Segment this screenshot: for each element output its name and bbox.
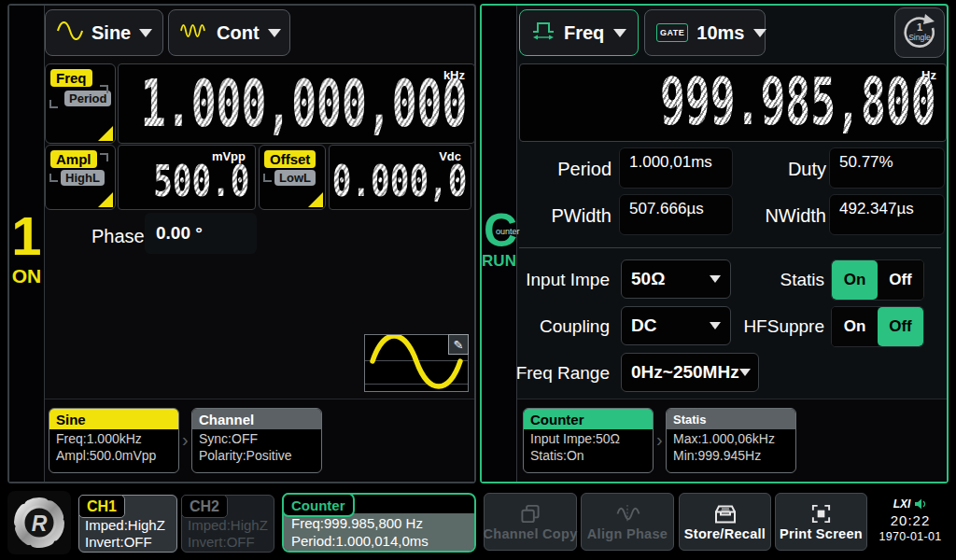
channel1-info-area: Sine Freq:1.000kHz Ampl:500.0mVpp › Chan… [45,399,474,482]
sine-card-title: Sine [49,409,178,429]
freq-range-select[interactable]: 0Hz~250MHz [621,353,759,392]
section-divider [519,247,941,248]
waveform-select[interactable]: Sine [45,9,163,56]
phase-wave-icon [614,503,640,525]
ch1-status-box[interactable]: CH1 Imped:HighZ Invert:OFF [78,495,177,553]
chevron-down-icon [613,29,626,37]
counter-summary-card[interactable]: Counter Input Impe:50Ω Statis:On [523,408,654,473]
channel1-output-strip[interactable]: 1 ON [9,6,45,482]
single-run-button[interactable]: 1 Single [894,7,945,58]
pulse-gate-icon [531,20,555,46]
svg-text:Single: Single [908,33,931,42]
period-readout-label: Period [518,159,612,180]
corner-mark [49,174,58,182]
statis-label: Statis [703,270,824,290]
statis-summary-card[interactable]: Statis Max:1.000,06kHz Min:999.945Hz [666,408,796,473]
hfsuppress-label: HFSuppre [703,316,824,337]
counter-card-line: Statis:On [524,446,653,463]
phase-input[interactable]: 0.00 ° [145,213,257,254]
touch-corner-icon [98,126,113,141]
corner-mark [49,100,58,108]
channel-card-line: Sync:OFF [192,429,321,446]
ch2-status-box[interactable]: CH2 Imped:HighZ Invert:OFF [181,495,274,553]
channel-summary-card[interactable]: Channel Sync:OFF Polarity:Positive [191,408,322,473]
counter-status-lines: Freq:999.985,800 Hz Period:1.000,014,0ms [284,513,474,551]
nwidth-readout-label: NWidth [733,205,826,227]
duty-readout-label: Duty [733,159,826,180]
clock-box[interactable]: LXI 20:22 1970-01-01 [875,491,946,554]
speaker-icon [914,498,927,510]
pwidth-readout-value[interactable]: 507.666µs [619,194,733,235]
ch2-tab: CH2 [181,495,228,518]
gate-time-value: 10ms [696,22,744,44]
print-screen-button[interactable]: Print Screen [775,493,867,551]
statis-card-line: Min:999.945Hz [667,446,795,463]
touch-corner-icon [98,192,113,207]
waveform-select-value: Sine [91,22,131,44]
statis-off-button[interactable]: Off [878,260,923,300]
ampl-value: 500.0 [153,160,249,203]
input-impedance-label: Input Impe [488,270,610,290]
screenshot-icon [810,503,832,525]
clock-time: 20:22 [875,512,946,528]
system-menu-button[interactable]: R [7,491,71,554]
highlevel-alt-pill: HighL [61,170,105,186]
hfsuppress-toggle: On Off [831,306,924,347]
counter-card-line: Input Impe:50Ω [524,429,653,446]
ch2-lines: Imped:HighZ Invert:OFF [188,517,268,551]
touch-corner-icon [308,192,323,207]
period-readout-value[interactable]: 1.000,01ms [619,147,733,189]
counter-run-status: RUN [482,252,516,271]
measure-select-value: Freq [564,22,604,44]
counter-status-box[interactable]: Counter Freq:999.985,800 Hz Period:1.000… [282,493,476,553]
hfsuppress-on-button[interactable]: On [832,307,878,346]
mode-select[interactable]: Cont [168,9,290,56]
align-phase-button[interactable]: Align Phase [581,493,674,551]
channel-state-badge: ON [9,265,44,287]
counter-strip[interactable]: C ounter RUN [482,6,517,482]
counter-panel: C ounter RUN Freq GATE 10ms [480,4,949,483]
gear-icon: R [11,495,67,551]
storage-tray-icon [713,503,738,525]
corner-mark [100,85,108,93]
continuous-wave-icon [180,21,208,44]
gate-time-select[interactable]: GATE 10ms [644,9,766,56]
chevron-down-icon [268,29,281,37]
edit-icon[interactable]: ✎ [448,334,469,355]
measure-select[interactable]: Freq [519,9,639,56]
waveform-preview[interactable]: ✎ [364,334,469,392]
channel-copy-button[interactable]: Channel Copy [484,493,577,551]
store-recall-button[interactable]: Store/Recall [679,493,771,551]
chevron-down-icon [753,29,766,37]
channel-card-line: Polarity:Positive [192,446,321,463]
corner-mark [263,174,272,182]
channel-card-title: Channel [192,409,321,429]
offset-display[interactable]: Vdc 0.000,0 [329,145,471,210]
pwidth-readout-label: PWidth [518,205,612,227]
ampl-param-button[interactable]: Ampl HighL [45,145,116,210]
phase-label: Phase [91,226,145,247]
sine-card-line: Ampl:500.0mVpp [49,446,178,463]
freq-label-pill: Freq [50,69,92,87]
svg-text:R: R [32,511,48,536]
counter-strip-label: C ounter [482,207,516,258]
freq-display[interactable]: kHz 1.000,000,000 [118,63,475,144]
counter-status-tab: Counter [282,493,355,517]
sine-summary-card[interactable]: Sine Freq:1.000kHz Ampl:500.0mVpp [49,408,179,473]
counter-value: 999.985,800 [660,70,936,134]
bottom-bar: R CH1 Imped:HighZ Invert:OFF CH2 Imped:H… [0,487,956,560]
ampl-display[interactable]: mVpp 500.0 [118,145,256,210]
nwidth-readout-value[interactable]: 492.347µs [829,194,945,235]
offset-label-pill: Offset [264,150,316,168]
freq-value: 1.000,000,000 [141,72,467,136]
lxi-logo: LXI [893,497,911,511]
counter-word: ounter [496,227,520,236]
freq-range-label: Freq Range [488,363,610,384]
hfsuppress-off-button[interactable]: Off [878,307,923,346]
lowlevel-alt-pill: LowL [274,170,316,186]
statis-on-button[interactable]: On [832,260,878,300]
duty-readout-value[interactable]: 50.77% [829,147,945,189]
freq-param-button[interactable]: Freq Period [45,63,116,144]
counter-display[interactable]: Hz 999.985,800 [519,63,947,142]
offset-param-button[interactable]: Offset LowL [259,145,326,210]
